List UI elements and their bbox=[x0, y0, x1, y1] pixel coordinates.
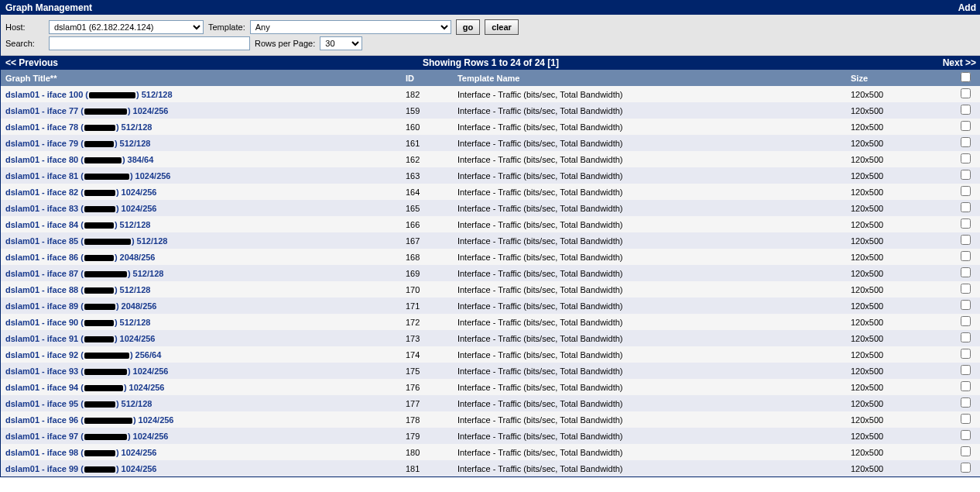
graph-title-link[interactable]: dslam01 - iface 80 () 384/64 bbox=[5, 155, 153, 164]
row-checkbox[interactable] bbox=[961, 397, 971, 408]
graph-id-cell: 176 bbox=[401, 379, 453, 395]
redacted-text bbox=[84, 108, 127, 115]
add-link[interactable]: Add bbox=[958, 2, 976, 13]
size-cell: 120x500 bbox=[846, 151, 956, 167]
template-name-cell: Interface - Traffic (bits/sec, Total Ban… bbox=[453, 102, 846, 119]
graph-id-cell: 168 bbox=[401, 249, 453, 265]
pager: << Previous Showing Rows 1 to 24 of 24 [… bbox=[1, 56, 980, 70]
graph-title-link[interactable]: dslam01 - iface 85 () 512/128 bbox=[5, 236, 167, 246]
template-name-cell: Interface - Traffic (bits/sec, Total Ban… bbox=[453, 330, 846, 346]
graph-title-link[interactable]: dslam01 - iface 82 () 1024/256 bbox=[5, 188, 157, 197]
row-checkbox[interactable] bbox=[961, 332, 971, 342]
row-checkbox[interactable] bbox=[961, 235, 971, 245]
pager-prev[interactable]: << Previous bbox=[5, 57, 58, 68]
col-select-all bbox=[956, 70, 980, 86]
size-cell: 120x500 bbox=[846, 346, 956, 363]
graph-title-cell: dslam01 - iface 97 () 1024/256 bbox=[1, 428, 401, 444]
row-checkbox[interactable] bbox=[961, 88, 971, 98]
size-cell: 120x500 bbox=[846, 411, 956, 428]
graph-title-cell: dslam01 - iface 98 () 1024/256 bbox=[1, 444, 401, 460]
size-cell: 120x500 bbox=[846, 167, 956, 184]
col-size[interactable]: Size bbox=[846, 70, 956, 86]
graph-title-link[interactable]: dslam01 - iface 84 () 512/128 bbox=[5, 220, 150, 229]
row-checkbox[interactable] bbox=[961, 153, 971, 163]
size-cell: 120x500 bbox=[846, 119, 956, 135]
row-checkbox[interactable] bbox=[961, 349, 971, 359]
row-checkbox[interactable] bbox=[961, 251, 971, 261]
graph-title-link[interactable]: dslam01 - iface 91 () 1024/256 bbox=[5, 334, 156, 343]
template-name-cell: Interface - Traffic (bits/sec, Total Ban… bbox=[453, 411, 846, 428]
graph-id-cell: 177 bbox=[401, 395, 453, 411]
col-id[interactable]: ID bbox=[401, 70, 453, 86]
row-checkbox[interactable] bbox=[961, 446, 971, 456]
graph-title-link[interactable]: dslam01 - iface 98 () 1024/256 bbox=[5, 448, 157, 457]
row-checkbox[interactable] bbox=[961, 186, 971, 196]
size-cell: 120x500 bbox=[846, 460, 956, 477]
search-input[interactable] bbox=[49, 36, 250, 50]
graph-title-link[interactable]: dslam01 - iface 83 () 1024/256 bbox=[5, 204, 157, 213]
rows-per-page-select[interactable]: 30 bbox=[320, 36, 362, 50]
row-checkbox[interactable] bbox=[961, 381, 971, 391]
graph-title-link[interactable]: dslam01 - iface 79 () 512/128 bbox=[5, 139, 150, 148]
graph-title-link[interactable]: dslam01 - iface 94 () 1024/256 bbox=[5, 383, 165, 392]
graph-id-cell: 180 bbox=[401, 444, 453, 460]
row-checkbox[interactable] bbox=[961, 202, 971, 212]
graph-title-link[interactable]: dslam01 - iface 88 () 512/128 bbox=[5, 285, 150, 294]
table-row: dslam01 - iface 97 () 1024/256179Interfa… bbox=[1, 428, 980, 444]
graph-title-link[interactable]: dslam01 - iface 95 () 512/128 bbox=[5, 399, 152, 408]
col-template[interactable]: Template Name bbox=[453, 70, 846, 86]
row-checkbox[interactable] bbox=[961, 267, 971, 277]
go-button[interactable]: go bbox=[456, 19, 480, 35]
graph-id-cell: 164 bbox=[401, 184, 453, 200]
graph-title-link[interactable]: dslam01 - iface 92 () 256/64 bbox=[5, 350, 161, 360]
graph-title-link[interactable]: dslam01 - iface 96 () 1024/256 bbox=[5, 415, 174, 425]
row-checkbox[interactable] bbox=[961, 170, 971, 180]
graph-id-cell: 182 bbox=[401, 86, 453, 102]
template-select[interactable]: Any bbox=[250, 20, 451, 34]
graph-title-link[interactable]: dslam01 - iface 89 () 2048/256 bbox=[5, 301, 157, 311]
redacted-text bbox=[84, 287, 114, 294]
graph-id-cell: 169 bbox=[401, 265, 453, 281]
row-checkbox[interactable] bbox=[961, 365, 971, 375]
graph-title-link[interactable]: dslam01 - iface 87 () 512/128 bbox=[5, 269, 163, 278]
select-cell bbox=[956, 281, 980, 298]
row-checkbox[interactable] bbox=[961, 105, 971, 115]
graph-title-link[interactable]: dslam01 - iface 93 () 1024/256 bbox=[5, 366, 169, 376]
pager-next[interactable]: Next >> bbox=[943, 57, 976, 68]
table-row: dslam01 - iface 81 () 1024/256163Interfa… bbox=[1, 167, 980, 184]
row-checkbox[interactable] bbox=[961, 121, 971, 131]
graph-id-cell: 173 bbox=[401, 330, 453, 346]
table-row: dslam01 - iface 78 () 512/128160Interfac… bbox=[1, 119, 980, 135]
graph-title-link[interactable]: dslam01 - iface 78 () 512/128 bbox=[5, 122, 152, 132]
graph-title-link[interactable]: dslam01 - iface 86 () 2048/256 bbox=[5, 253, 156, 262]
host-select[interactable]: dslam01 (62.182.224.124) bbox=[49, 20, 204, 34]
row-checkbox[interactable] bbox=[961, 463, 971, 473]
select-cell bbox=[956, 298, 980, 314]
graph-title-link[interactable]: dslam01 - iface 100 () 512/128 bbox=[5, 90, 173, 99]
graph-title-link[interactable]: dslam01 - iface 99 () 1024/256 bbox=[5, 464, 157, 473]
table-row: dslam01 - iface 99 () 1024/256181Interfa… bbox=[1, 460, 980, 477]
row-checkbox[interactable] bbox=[961, 414, 971, 424]
redacted-text bbox=[84, 190, 115, 196]
template-name-cell: Interface - Traffic (bits/sec, Total Ban… bbox=[453, 460, 846, 477]
select-cell bbox=[956, 135, 980, 151]
redacted-text bbox=[84, 271, 127, 277]
template-name-cell: Interface - Traffic (bits/sec, Total Ban… bbox=[453, 151, 846, 167]
select-all-checkbox[interactable] bbox=[961, 72, 971, 82]
graph-title-cell: dslam01 - iface 83 () 1024/256 bbox=[1, 200, 401, 216]
row-checkbox[interactable] bbox=[961, 300, 971, 310]
row-checkbox[interactable] bbox=[961, 218, 971, 229]
graph-title-link[interactable]: dslam01 - iface 81 () 1024/256 bbox=[5, 171, 171, 181]
row-checkbox[interactable] bbox=[961, 430, 971, 440]
graph-title-link[interactable]: dslam01 - iface 77 () 1024/256 bbox=[5, 106, 169, 115]
graph-title-link[interactable]: dslam01 - iface 97 () 1024/256 bbox=[5, 432, 169, 441]
select-cell bbox=[956, 379, 980, 395]
redacted-text bbox=[84, 206, 115, 212]
graph-title-link[interactable]: dslam01 - iface 90 () 512/128 bbox=[5, 318, 150, 327]
graph-title-cell: dslam01 - iface 77 () 1024/256 bbox=[1, 102, 401, 119]
row-checkbox[interactable] bbox=[961, 137, 971, 147]
col-title[interactable]: Graph Title** bbox=[1, 70, 401, 86]
row-checkbox[interactable] bbox=[961, 316, 971, 326]
clear-button[interactable]: clear bbox=[485, 19, 519, 35]
row-checkbox[interactable] bbox=[961, 284, 971, 294]
